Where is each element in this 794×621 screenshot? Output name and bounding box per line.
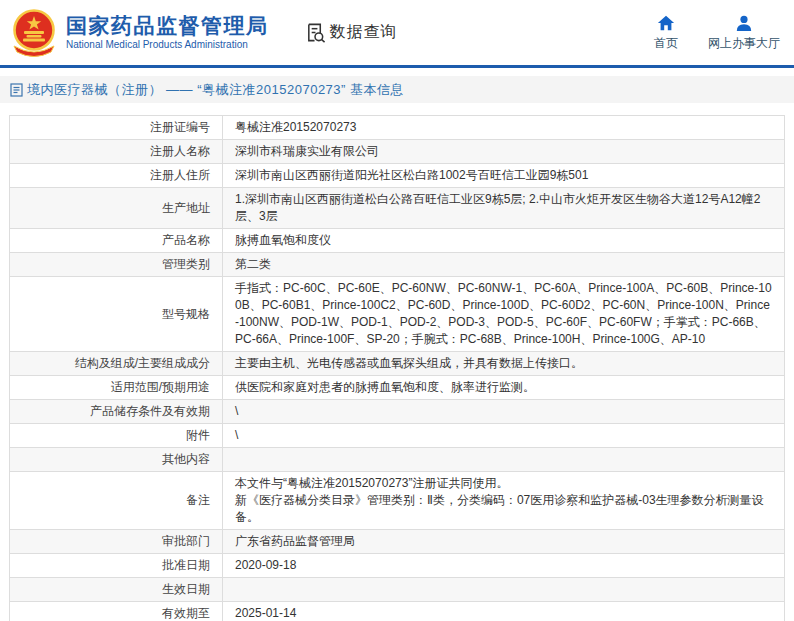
row-value-line: 新《医疗器械分类目录》管理类别：Ⅱ类，分类编码：07医用诊察和监护器械-03生理… <box>235 492 772 526</box>
row-value: 2025-01-14 <box>223 602 785 621</box>
table-row: 有效期至2025-01-14 <box>10 602 785 621</box>
nav-home-label: 首页 <box>654 35 678 52</box>
row-value: 第二类 <box>223 253 785 277</box>
table-row: 批准日期2020-09-18 <box>10 554 785 578</box>
row-value: 粤械注准20152070273 <box>223 116 785 140</box>
national-emblem-logo <box>10 8 58 58</box>
nav-home[interactable]: 首页 <box>654 14 678 52</box>
row-label: 批准日期 <box>10 554 223 578</box>
main-content: 注册证编号粤械注准20152070273注册人名称深圳市科瑞康实业有限公司注册人… <box>0 103 794 621</box>
row-label: 附件 <box>10 424 223 448</box>
row-label: 其他内容 <box>10 448 223 472</box>
row-value: 手指式：PC-60C、PC-60E、PC-60NW、PC-60NW-1、PC-6… <box>223 277 785 352</box>
user-icon <box>735 14 753 32</box>
row-value: 深圳市南山区西丽街道阳光社区松白路1002号百旺信工业园9栋501 <box>223 164 785 188</box>
row-label: 适用范围/预期用途 <box>10 376 223 400</box>
table-row: 备注本文件与“粤械注准20152070273”注册证共同使用。新《医疗器械分类目… <box>10 472 785 530</box>
table-row: 审批部门广东省药品监督管理局 <box>10 530 785 554</box>
row-label: 注册人住所 <box>10 164 223 188</box>
site-header: 国家药品监督管理局 National Medical Products Admi… <box>0 0 794 68</box>
row-value: \ <box>223 400 785 424</box>
row-label: 备注 <box>10 472 223 530</box>
table-row: 型号规格手指式：PC-60C、PC-60E、PC-60NW、PC-60NW-1、… <box>10 277 785 352</box>
table-row: 生效日期 <box>10 578 785 602</box>
table-row: 注册人住所深圳市南山区西丽街道阳光社区松白路1002号百旺信工业园9栋501 <box>10 164 785 188</box>
table-row: 其他内容 <box>10 448 785 472</box>
table-row: 附件\ <box>10 424 785 448</box>
logo-area[interactable]: 国家药品监督管理局 National Medical Products Admi… <box>10 8 269 58</box>
row-label: 生产地址 <box>10 188 223 229</box>
breadcrumb-text: 境内医疗器械（注册） —— “粤械注准20152070273” 基本信息 <box>27 81 404 99</box>
org-name-en: National Medical Products Administration <box>66 38 269 51</box>
row-value: 广东省药品监督管理局 <box>223 530 785 554</box>
row-value: 深圳市科瑞康实业有限公司 <box>223 140 785 164</box>
row-value: 供医院和家庭对患者的脉搏血氧饱和度、脉率进行监测。 <box>223 376 785 400</box>
row-label: 注册人名称 <box>10 140 223 164</box>
table-row: 生产地址1.深圳市南山区西丽街道松白公路百旺信工业区9栋5层; 2.中山市火炬开… <box>10 188 785 229</box>
table-row: 注册证编号粤械注准20152070273 <box>10 116 785 140</box>
table-row: 产品名称脉搏血氧饱和度仪 <box>10 229 785 253</box>
data-query-icon <box>305 22 326 43</box>
info-table: 注册证编号粤械注准20152070273注册人名称深圳市科瑞康实业有限公司注册人… <box>9 115 785 621</box>
org-name-cn: 国家药品监督管理局 <box>66 14 269 38</box>
table-row: 适用范围/预期用途供医院和家庭对患者的脉搏血氧饱和度、脉率进行监测。 <box>10 376 785 400</box>
row-value: 脉搏血氧饱和度仪 <box>223 229 785 253</box>
row-label: 生效日期 <box>10 578 223 602</box>
table-row: 管理类别第二类 <box>10 253 785 277</box>
row-value: 1.深圳市南山区西丽街道松白公路百旺信工业区9栋5层; 2.中山市火炬开发区生物… <box>223 188 785 229</box>
row-value: \ <box>223 424 785 448</box>
row-value <box>223 448 785 472</box>
nav-service-hall[interactable]: 网上办事大厅 <box>708 14 780 52</box>
row-label: 产品名称 <box>10 229 223 253</box>
row-value-line: 本文件与“粤械注准20152070273”注册证共同使用。 <box>235 475 772 492</box>
org-names: 国家药品监督管理局 National Medical Products Admi… <box>66 14 269 51</box>
row-label: 审批部门 <box>10 530 223 554</box>
row-label: 有效期至 <box>10 602 223 621</box>
row-label: 型号规格 <box>10 277 223 352</box>
table-row: 结构及组成/主要组成成分主要由主机、光电传感器或血氧探头组成，并具有数据上传接口… <box>10 352 785 376</box>
data-query-label: 数据查询 <box>330 22 398 43</box>
document-icon <box>10 83 23 97</box>
table-row: 产品储存条件及有效期\ <box>10 400 785 424</box>
row-label: 管理类别 <box>10 253 223 277</box>
table-row: 注册人名称深圳市科瑞康实业有限公司 <box>10 140 785 164</box>
row-label: 注册证编号 <box>10 116 223 140</box>
data-query-section[interactable]: 数据查询 <box>305 22 398 43</box>
row-value: 主要由主机、光电传感器或血氧探头组成，并具有数据上传接口。 <box>223 352 785 376</box>
row-value <box>223 578 785 602</box>
nav-service-hall-label: 网上办事大厅 <box>708 35 780 52</box>
breadcrumb: 境内医疗器械（注册） —— “粤械注准20152070273” 基本信息 <box>0 76 794 103</box>
header-nav: 首页 网上办事大厅 <box>654 14 780 52</box>
row-value: 本文件与“粤械注准20152070273”注册证共同使用。新《医疗器械分类目录》… <box>223 472 785 530</box>
row-label: 产品储存条件及有效期 <box>10 400 223 424</box>
row-label: 结构及组成/主要组成成分 <box>10 352 223 376</box>
home-icon <box>657 14 675 32</box>
row-value: 2020-09-18 <box>223 554 785 578</box>
